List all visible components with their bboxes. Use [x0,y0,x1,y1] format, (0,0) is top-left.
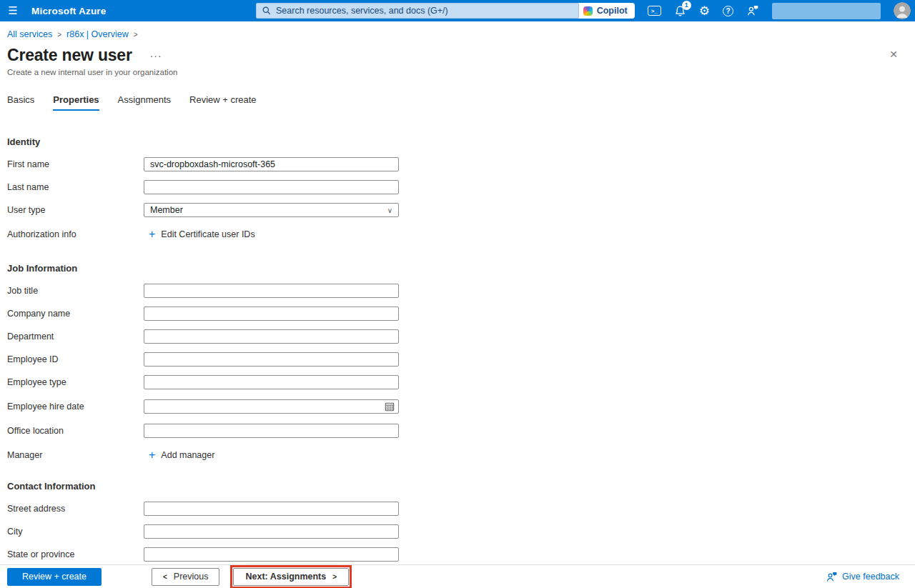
page-subtitle: Create a new internal user in your organ… [7,68,908,76]
field-department: Department [7,329,908,344]
company-name-input[interactable] [144,307,399,321]
employee-hire-date-label: Employee hire date [7,402,144,412]
copilot-label: Copilot [597,6,628,16]
user-type-value: Member [150,205,183,215]
user-type-select[interactable]: Member ∨ [144,203,399,217]
user-type-label: User type [7,205,144,215]
tab-assignments[interactable]: Assignments [118,94,171,111]
terminal-icon: >_ [648,6,661,16]
authorization-info-label: Authorization info [7,229,144,239]
copilot-icon [583,6,593,16]
give-feedback-link[interactable]: Give feedback [826,572,899,582]
chevron-right-icon: > [332,573,337,581]
search-icon [262,6,271,15]
edit-certificate-user-ids-label: Edit Certificate user IDs [161,229,254,239]
avatar[interactable] [894,2,911,19]
tab-properties[interactable]: Properties [53,94,99,111]
chevron-down-icon: ∨ [387,206,392,214]
field-state-or-province: State or province [7,547,908,562]
field-last-name: Last name [7,180,908,194]
employee-type-input[interactable] [144,375,399,389]
section-heading-identity: Identity [7,136,908,147]
breadcrumb-r86x-overview[interactable]: r86x | Overview [66,29,129,39]
last-name-label: Last name [7,182,144,192]
settings-button[interactable]: ⚙ [699,5,710,17]
app-title[interactable]: Microsoft Azure [31,6,107,16]
field-authorization-info: Authorization info + Edit Certificate us… [7,227,908,241]
breadcrumb-separator-icon: > [134,31,138,39]
section-heading-contact: Contact Information [7,481,908,492]
next-label: Next: Assignments [245,572,326,582]
tab-review-create[interactable]: Review + create [189,94,257,111]
calendar-icon[interactable] [385,402,395,412]
give-feedback-label: Give feedback [842,572,899,582]
tab-basics[interactable]: Basics [7,94,34,111]
section-heading-job: Job Information [7,263,908,274]
account-info-redacted [772,3,881,19]
add-manager-label: Add manager [161,450,214,460]
field-city: City [7,524,908,539]
help-button[interactable]: ? [723,6,733,16]
red-highlight-annotation: Next: Assignments > [230,565,352,588]
copilot-button[interactable]: Copilot [576,3,635,19]
feedback-person-icon [826,572,838,582]
job-title-label: Job title [7,286,144,296]
more-options-button[interactable]: ··· [150,50,162,61]
employee-id-input[interactable] [144,352,399,367]
person-icon [894,2,911,19]
state-or-province-input[interactable] [144,547,399,562]
add-manager-link[interactable]: + Add manager [144,449,214,461]
field-street-address: Street address [7,502,908,516]
previous-button[interactable]: < Previous [152,568,219,586]
last-name-input[interactable] [144,180,399,194]
notifications-button[interactable]: 1 [674,5,686,17]
close-icon[interactable]: ✕ [889,49,898,60]
wizard-tabs: Basics Properties Assignments Review + c… [7,94,908,111]
cloud-shell-button[interactable]: >_ [648,6,661,16]
gear-icon: ⚙ [699,5,710,17]
employee-type-label: Employee type [7,377,144,387]
plus-icon: + [149,449,155,461]
city-label: City [7,527,144,537]
wizard-footer: Review + create < Previous Next: Assignm… [0,564,915,588]
field-employee-type: Employee type [7,375,908,389]
notification-badge: 1 [682,1,691,10]
first-name-label: First name [7,159,144,169]
help-icon: ? [723,6,733,16]
street-address-input[interactable] [144,502,399,516]
page-title: Create new user [7,46,132,65]
city-input[interactable] [144,524,399,539]
page-content: All services > r86x | Overview > Create … [0,29,915,562]
feedback-button[interactable] [746,5,759,16]
field-first-name: First name [7,157,908,171]
company-name-label: Company name [7,309,144,319]
hamburger-menu-icon[interactable]: ☰ [0,0,26,21]
next-assignments-button[interactable]: Next: Assignments > [233,568,349,586]
field-employee-hire-date: Employee hire date [7,399,908,414]
field-manager: Manager + Add manager [7,448,908,462]
feedback-person-icon [746,5,759,16]
office-location-input[interactable] [144,424,399,438]
breadcrumb-all-services[interactable]: All services [7,29,52,39]
street-address-label: Street address [7,504,144,514]
field-office-location: Office location [7,424,908,438]
employee-id-label: Employee ID [7,354,144,364]
state-or-province-label: State or province [7,549,144,559]
previous-label: Previous [174,572,209,582]
breadcrumb: All services > r86x | Overview > [7,29,908,39]
field-job-title: Job title [7,284,908,298]
breadcrumb-separator-icon: > [57,31,61,39]
department-input[interactable] [144,329,399,344]
field-company-name: Company name [7,307,908,321]
global-search[interactable] [256,3,579,19]
job-title-input[interactable] [144,284,399,298]
topbar-actions: Copilot >_ 1 ⚙ ? [576,2,915,19]
field-employee-id: Employee ID [7,352,908,367]
field-user-type: User type Member ∨ [7,203,908,217]
search-input[interactable] [276,6,573,16]
edit-certificate-user-ids-link[interactable]: + Edit Certificate user IDs [144,229,255,240]
azure-top-bar: ☰ Microsoft Azure Copilot >_ 1 ⚙ ? [0,0,915,21]
first-name-input[interactable] [144,157,399,171]
employee-hire-date-input[interactable] [144,399,399,414]
review-create-button[interactable]: Review + create [7,568,102,586]
